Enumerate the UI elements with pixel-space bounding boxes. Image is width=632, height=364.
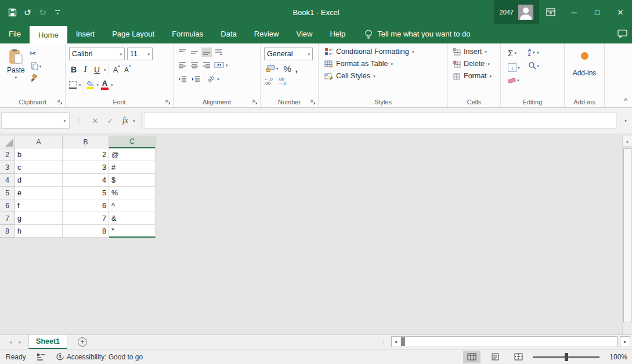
fill-color-dropdown-icon[interactable]: ▾ bbox=[97, 83, 99, 87]
wrap-text-button[interactable] bbox=[214, 48, 224, 57]
page-layout-view-button[interactable] bbox=[486, 351, 504, 363]
undo-button[interactable]: ↺▾ bbox=[23, 8, 32, 17]
decrease-font-size-button[interactable]: A▾ bbox=[122, 66, 131, 73]
cell-a3[interactable]: c bbox=[15, 161, 63, 174]
vertical-scrollbar[interactable]: ▲ bbox=[622, 136, 632, 334]
sheet-nav-right-icon[interactable]: ▸ bbox=[19, 339, 22, 345]
cell-b8[interactable]: 8 bbox=[63, 225, 109, 238]
tab-formulas[interactable]: Formulas bbox=[163, 24, 212, 43]
scroll-left-icon[interactable]: ◂ bbox=[392, 337, 400, 347]
ribbon-display-options-button[interactable] bbox=[539, 0, 562, 24]
accounting-dropdown-icon[interactable]: ▾ bbox=[276, 67, 279, 71]
clear-button[interactable]: ▾ bbox=[507, 77, 521, 84]
scroll-up-icon[interactable]: ▲ bbox=[623, 136, 632, 147]
normal-view-button[interactable] bbox=[463, 351, 481, 363]
insert-cells-button[interactable]: Insert ▾ bbox=[453, 48, 497, 56]
tell-me-box[interactable]: Tell me what you want to do bbox=[364, 24, 470, 43]
cell-styles-button[interactable]: Cell Styles ▾ bbox=[324, 72, 444, 80]
zoom-slider-thumb[interactable] bbox=[565, 353, 568, 361]
accessibility-status[interactable]: Accessibility: Good to go bbox=[56, 352, 143, 361]
cell-b6[interactable]: 6 bbox=[63, 199, 109, 212]
account-badge[interactable]: 2047 bbox=[494, 0, 539, 24]
select-all-corner[interactable] bbox=[0, 136, 15, 148]
tab-home[interactable]: Home bbox=[30, 26, 67, 43]
paste-button[interactable]: Paste ▾ bbox=[7, 48, 25, 94]
cell-b3[interactable]: 3 bbox=[63, 161, 109, 174]
format-as-table-button[interactable]: Format as Table ▾ bbox=[324, 60, 444, 68]
cell-a4[interactable]: d bbox=[15, 174, 63, 187]
increase-font-size-button[interactable]: A▴ bbox=[111, 65, 120, 74]
align-top-button[interactable] bbox=[177, 48, 187, 57]
decrease-decimal-button[interactable]: .00→.0 bbox=[278, 77, 287, 85]
font-size-select[interactable]: 11▾ bbox=[127, 48, 153, 60]
vertical-scrollbar-thumb[interactable] bbox=[623, 148, 631, 322]
row-header[interactable]: 5 bbox=[0, 187, 15, 199]
row-header[interactable]: 8 bbox=[0, 225, 15, 238]
cell-c2[interactable]: @ bbox=[109, 148, 156, 161]
horizontal-scrollbar[interactable]: ◂ bbox=[391, 336, 617, 347]
alignment-dialog-launcher[interactable] bbox=[252, 100, 258, 105]
cell-c4[interactable]: $ bbox=[109, 174, 156, 187]
cell-a8[interactable]: h bbox=[15, 225, 63, 238]
zoom-slider[interactable] bbox=[533, 352, 600, 362]
cell-b7[interactable]: 7 bbox=[63, 212, 109, 225]
cell-c6[interactable]: ^ bbox=[109, 199, 156, 212]
copy-dropdown-icon[interactable]: ▾ bbox=[39, 64, 42, 68]
column-header-b[interactable]: B bbox=[63, 136, 109, 148]
tab-insert[interactable]: Insert bbox=[67, 24, 104, 43]
sheet-nav-left-icon[interactable]: ◂ bbox=[9, 339, 12, 345]
cell-c3[interactable]: # bbox=[109, 161, 156, 174]
percent-style-button[interactable]: % bbox=[284, 64, 291, 74]
cell-a7[interactable]: g bbox=[15, 212, 63, 225]
undo-dropdown-icon[interactable]: ▾ bbox=[29, 10, 31, 14]
formula-bar-drag-handle[interactable]: ⋮ bbox=[75, 117, 82, 125]
align-middle-button[interactable] bbox=[189, 48, 200, 57]
number-dialog-launcher[interactable] bbox=[310, 100, 316, 105]
conditional-formatting-button[interactable]: Conditional Formatting ▾ bbox=[324, 48, 444, 56]
cell-c5[interactable]: % bbox=[109, 187, 156, 199]
sort-filter-button[interactable]: AZ▼ ▾ bbox=[527, 48, 541, 57]
autosum-button[interactable]: Σ▾ bbox=[507, 48, 521, 59]
avatar[interactable] bbox=[518, 5, 533, 20]
cell-a2[interactable]: b bbox=[15, 148, 63, 161]
borders-icon[interactable] bbox=[69, 81, 77, 89]
cell-b5[interactable]: 5 bbox=[63, 187, 109, 199]
name-box-dropdown-icon[interactable]: ▾ bbox=[63, 119, 66, 123]
insert-function-button[interactable]: fx bbox=[118, 116, 133, 125]
find-select-button[interactable]: ▾ bbox=[527, 61, 541, 70]
tab-review[interactable]: Review bbox=[245, 24, 288, 43]
bold-button[interactable]: B bbox=[69, 65, 78, 74]
italic-button[interactable]: I bbox=[81, 65, 90, 74]
orientation-dropdown-icon[interactable]: ▾ bbox=[217, 77, 219, 81]
formula-input[interactable] bbox=[144, 112, 617, 129]
comma-style-button[interactable]: , bbox=[295, 64, 298, 74]
cell-c7[interactable]: & bbox=[109, 212, 156, 225]
new-sheet-button[interactable]: + bbox=[78, 335, 87, 349]
font-name-select[interactable]: Calibri▾ bbox=[69, 48, 125, 60]
expand-formula-bar-icon[interactable]: ▾ bbox=[619, 119, 632, 123]
align-center-button[interactable] bbox=[189, 60, 200, 70]
scroll-right-icon[interactable]: ▸ bbox=[620, 336, 630, 347]
font-dialog-launcher[interactable] bbox=[165, 100, 171, 105]
tab-view[interactable]: View bbox=[287, 24, 321, 43]
collapse-ribbon-button[interactable]: ^ bbox=[624, 97, 627, 105]
align-bottom-button[interactable] bbox=[201, 48, 212, 57]
underline-button[interactable]: U bbox=[92, 65, 102, 74]
close-button[interactable]: ✕ bbox=[609, 0, 632, 24]
row-header[interactable]: 3 bbox=[0, 161, 15, 174]
horizontal-scrollbar-thumb[interactable] bbox=[401, 337, 405, 346]
cell-b2[interactable]: 2 bbox=[63, 148, 109, 161]
merge-center-button[interactable] bbox=[214, 60, 224, 70]
comments-button[interactable] bbox=[617, 24, 627, 43]
save-icon[interactable] bbox=[8, 8, 17, 17]
column-header-c[interactable]: C bbox=[109, 136, 156, 148]
tab-file[interactable]: File bbox=[0, 24, 30, 43]
clipboard-dialog-launcher[interactable] bbox=[57, 100, 63, 105]
increase-indent-button[interactable] bbox=[190, 74, 201, 83]
copy-button[interactable]: ▾ bbox=[30, 61, 43, 71]
column-header-a[interactable]: A bbox=[15, 136, 63, 148]
customize-quick-access-button[interactable]: ▾ bbox=[55, 10, 60, 14]
cell-c8[interactable]: * bbox=[109, 225, 156, 238]
macro-record-button[interactable] bbox=[37, 353, 45, 361]
orientation-button[interactable]: ab bbox=[206, 74, 216, 83]
